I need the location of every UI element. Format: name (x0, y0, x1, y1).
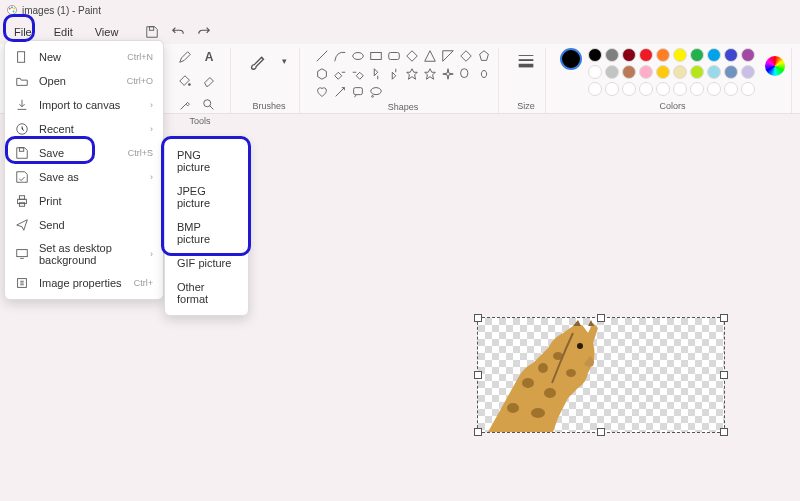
color-swatch[interactable] (673, 65, 687, 79)
handle-tm[interactable] (597, 314, 605, 322)
color-swatch[interactable] (605, 82, 619, 96)
saveas-item-1[interactable]: JPEG picture (165, 179, 248, 215)
file-menu-new[interactable]: NewCtrl+N (5, 45, 163, 69)
chevron-down-icon[interactable]: ▾ (275, 52, 293, 70)
shape-11[interactable] (332, 66, 348, 82)
color-swatch[interactable] (656, 65, 670, 79)
file-menu-recent[interactable]: Recent› (5, 117, 163, 141)
color-swatch[interactable] (724, 82, 738, 96)
shape-18[interactable] (458, 66, 474, 82)
shape-5[interactable] (404, 48, 420, 64)
color-swatch[interactable] (707, 48, 721, 62)
shape-3[interactable] (368, 48, 384, 64)
color-picker-icon[interactable] (765, 56, 785, 76)
shape-16[interactable] (422, 66, 438, 82)
text-icon[interactable]: A (200, 48, 218, 66)
menu-file[interactable]: File (4, 24, 42, 40)
save-icon[interactable] (142, 22, 162, 42)
bucket-icon[interactable] (176, 72, 194, 90)
color-swatch[interactable] (588, 65, 602, 79)
pencil-icon[interactable] (176, 48, 194, 66)
color-swatch[interactable] (741, 82, 755, 96)
color-swatch[interactable] (588, 82, 602, 96)
color-swatch[interactable] (707, 65, 721, 79)
size-icon[interactable] (513, 48, 539, 74)
file-menu-saveas[interactable]: Save as› (5, 165, 163, 189)
handle-mr[interactable] (720, 371, 728, 379)
color-swatch[interactable] (622, 65, 636, 79)
shape-23[interactable] (368, 84, 384, 100)
shape-7[interactable] (440, 48, 456, 64)
saveas-item-0[interactable]: PNG picture (165, 143, 248, 179)
shape-22[interactable] (350, 84, 366, 100)
shape-21[interactable] (332, 84, 348, 100)
file-menu-send[interactable]: Send (5, 213, 163, 237)
color-swatch[interactable] (690, 48, 704, 62)
color-swatch[interactable] (639, 65, 653, 79)
color-swatch[interactable] (690, 82, 704, 96)
menu-view[interactable]: View (85, 24, 129, 40)
color-swatch[interactable] (639, 82, 653, 96)
color-swatch[interactable] (622, 82, 636, 96)
color-swatch[interactable] (724, 65, 738, 79)
selected-color[interactable] (560, 48, 582, 70)
handle-tr[interactable] (720, 314, 728, 322)
redo-icon[interactable] (194, 22, 214, 42)
saveas-item-4[interactable]: Other format (165, 275, 248, 311)
color-swatch[interactable] (707, 82, 721, 96)
canvas-selection[interactable] (478, 318, 724, 432)
file-menu-props[interactable]: Image propertiesCtrl+ (5, 271, 163, 295)
shape-13[interactable] (368, 66, 384, 82)
handle-br[interactable] (720, 428, 728, 436)
shape-6[interactable] (422, 48, 438, 64)
file-menu-desktop[interactable]: Set as desktop background› (5, 237, 163, 271)
color-swatch[interactable] (639, 48, 653, 62)
saveas-item-2[interactable]: BMP picture (165, 215, 248, 251)
handle-ml[interactable] (474, 371, 482, 379)
file-menu-import[interactable]: Import to canvas› (5, 93, 163, 117)
undo-icon[interactable] (168, 22, 188, 42)
color-swatch[interactable] (588, 48, 602, 62)
brush-icon[interactable] (245, 48, 271, 74)
color-swatch[interactable] (605, 65, 619, 79)
chevron-right-icon: › (150, 100, 153, 110)
shape-14[interactable] (386, 66, 402, 82)
color-swatch[interactable] (741, 48, 755, 62)
shape-0[interactable] (314, 48, 330, 64)
color-swatch[interactable] (673, 82, 687, 96)
shape-2[interactable] (350, 48, 366, 64)
color-swatch[interactable] (673, 48, 687, 62)
svg-point-6 (188, 83, 191, 86)
color-swatch[interactable] (622, 48, 636, 62)
shape-4[interactable] (386, 48, 402, 64)
dd-label: JPEG picture (177, 185, 236, 209)
shape-10[interactable] (314, 66, 330, 82)
shape-1[interactable] (332, 48, 348, 64)
handle-bl[interactable] (474, 428, 482, 436)
color-swatch[interactable] (605, 48, 619, 62)
handle-bm[interactable] (597, 428, 605, 436)
ribbon-label-size: Size (517, 101, 535, 113)
shape-15[interactable] (404, 66, 420, 82)
color-swatch[interactable] (656, 82, 670, 96)
svg-marker-20 (443, 69, 454, 80)
shape-8[interactable] (458, 48, 474, 64)
shape-17[interactable] (440, 66, 456, 82)
color-swatch[interactable] (741, 65, 755, 79)
shape-9[interactable] (476, 48, 492, 64)
file-menu-open[interactable]: OpenCtrl+O (5, 69, 163, 93)
shape-12[interactable] (350, 66, 366, 82)
color-swatch[interactable] (690, 65, 704, 79)
shape-20[interactable] (314, 84, 330, 100)
color-swatch[interactable] (724, 48, 738, 62)
eyedropper-icon[interactable] (176, 96, 194, 114)
menu-edit[interactable]: Edit (44, 24, 83, 40)
magnifier-icon[interactable] (200, 96, 218, 114)
saveas-item-3[interactable]: GIF picture (165, 251, 248, 275)
eraser-icon[interactable] (200, 72, 218, 90)
handle-tl[interactable] (474, 314, 482, 322)
color-swatch[interactable] (656, 48, 670, 62)
file-menu-print[interactable]: Print (5, 189, 163, 213)
shape-19[interactable] (476, 66, 492, 82)
file-menu-save[interactable]: SaveCtrl+S (5, 141, 163, 165)
